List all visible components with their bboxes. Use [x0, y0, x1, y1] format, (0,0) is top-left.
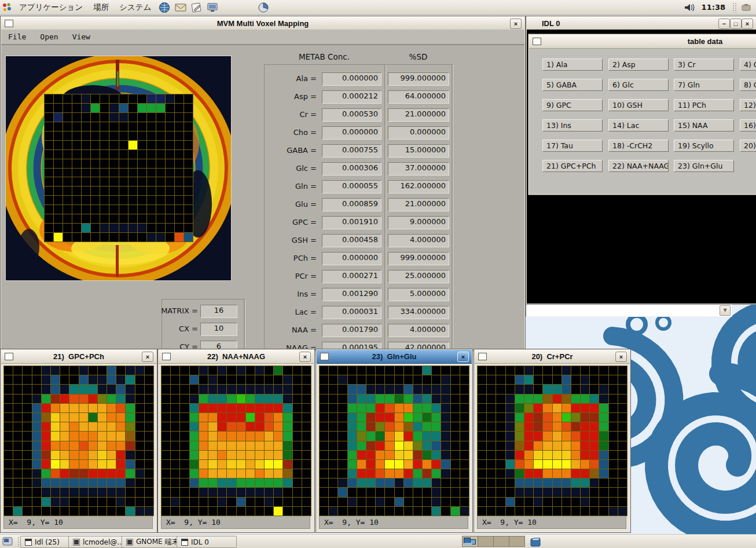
- map-voxel-cell[interactable]: [116, 375, 125, 384]
- map-voxel-cell[interactable]: [89, 394, 97, 403]
- map-voxel-cell[interactable]: [208, 507, 217, 516]
- map-voxel-cell[interactable]: [562, 375, 571, 384]
- map-voxel-cell[interactable]: [171, 375, 179, 384]
- map-voxel-cell[interactable]: [246, 385, 255, 393]
- map-voxel-cell[interactable]: [69, 375, 78, 384]
- map-voxel-cell[interactable]: [590, 498, 599, 506]
- metabolite-sd-value[interactable]: 5.000000: [388, 288, 449, 301]
- map-voxel-cell[interactable]: [357, 394, 366, 403]
- map-voxel-cell[interactable]: [69, 404, 78, 412]
- map-voxel-cell[interactable]: [581, 385, 589, 393]
- map-voxel-cell[interactable]: [4, 478, 13, 487]
- overlay-voxel-cell[interactable]: [63, 205, 72, 214]
- map-voxel-cell[interactable]: [51, 413, 60, 422]
- map-voxel-cell[interactable]: [32, 488, 41, 496]
- map-voxel-cell[interactable]: [581, 460, 589, 469]
- overlay-voxel-cell[interactable]: [82, 177, 90, 186]
- map-voxel-cell[interactable]: [89, 404, 97, 412]
- map-voxel-cell[interactable]: [60, 451, 69, 459]
- map-voxel-cell[interactable]: [126, 422, 134, 431]
- map-voxel-cell[interactable]: [190, 478, 199, 487]
- map-voxel-cell[interactable]: [180, 422, 189, 431]
- map-voxel-cell[interactable]: [376, 488, 384, 496]
- map-voxel-cell[interactable]: [571, 478, 580, 487]
- map-voxel-cell[interactable]: [385, 469, 394, 478]
- overlay-voxel-cell[interactable]: [129, 169, 137, 177]
- map-voxel-cell[interactable]: [255, 488, 264, 496]
- map-voxel-cell[interactable]: [432, 498, 441, 506]
- metabolite-conc-value[interactable]: 0.001790: [322, 324, 381, 337]
- map-voxel-cell[interactable]: [246, 394, 255, 403]
- map-voxel-cell[interactable]: [534, 451, 542, 459]
- map-voxel-cell[interactable]: [329, 478, 337, 487]
- map-voxel-cell[interactable]: [13, 394, 22, 403]
- map-voxel-cell[interactable]: [171, 366, 179, 375]
- map-voxel-cell[interactable]: [13, 469, 22, 478]
- map-voxel-cell[interactable]: [180, 441, 189, 450]
- map-voxel-cell[interactable]: [42, 366, 50, 375]
- map-voxel-cell[interactable]: [376, 478, 384, 487]
- overlay-voxel-cell[interactable]: [54, 187, 63, 195]
- map-voxel-cell[interactable]: [135, 404, 144, 412]
- map-voxel-cell[interactable]: [4, 422, 13, 431]
- map-voxel-cell[interactable]: [478, 507, 486, 516]
- map-voxel-cell[interactable]: [274, 451, 282, 459]
- overlay-voxel-cell[interactable]: [45, 122, 53, 131]
- map-voxel-cell[interactable]: [460, 478, 469, 487]
- map-voxel-cell[interactable]: [441, 469, 450, 478]
- map-voxel-cell[interactable]: [89, 432, 97, 440]
- map-voxel-cell[interactable]: [441, 385, 450, 393]
- map-voxel-cell[interactable]: [171, 498, 179, 506]
- map-voxel-cell[interactable]: [162, 366, 170, 375]
- workspace-cell[interactable]: [478, 536, 494, 546]
- map-voxel-cell[interactable]: [338, 413, 347, 422]
- overlay-voxel-cell[interactable]: [109, 196, 118, 204]
- map-voxel-cell[interactable]: [51, 385, 60, 393]
- overlay-voxel-cell[interactable]: [156, 113, 165, 122]
- map-voxel-cell[interactable]: [543, 404, 552, 412]
- overlay-voxel-cell[interactable]: [175, 214, 184, 223]
- overlay-voxel-cell[interactable]: [109, 169, 118, 177]
- map-voxel-cell[interactable]: [246, 422, 255, 431]
- overlay-voxel-cell[interactable]: [147, 122, 156, 131]
- map-voxel-cell[interactable]: [51, 451, 60, 459]
- map-voxel-cell[interactable]: [496, 404, 505, 412]
- map-voxel-cell[interactable]: [13, 498, 22, 506]
- map-voxel-cell[interactable]: [208, 413, 217, 422]
- overlay-voxel-cell[interactable]: [175, 131, 184, 140]
- map-voxel-cell[interactable]: [98, 478, 107, 487]
- map-voxel-cell[interactable]: [599, 488, 608, 496]
- map-voxel-cell[interactable]: [126, 507, 134, 516]
- map-voxel-cell[interactable]: [126, 366, 134, 375]
- map-voxel-cell[interactable]: [581, 507, 589, 516]
- map-voxel-cell[interactable]: [79, 451, 88, 459]
- map-voxel-cell[interactable]: [478, 366, 486, 375]
- overlay-voxel-cell[interactable]: [54, 169, 63, 177]
- map-voxel-cell[interactable]: [423, 488, 431, 496]
- map-voxel-cell[interactable]: [320, 375, 328, 384]
- map-voxel-cell[interactable]: [171, 488, 179, 496]
- map-voxel-cell[interactable]: [441, 451, 450, 459]
- map-voxel-cell[interactable]: [135, 507, 144, 516]
- overlay-voxel-cell[interactable]: [138, 150, 146, 159]
- map-voxel-cell[interactable]: [107, 413, 116, 422]
- map-voxel-cell[interactable]: [162, 478, 170, 487]
- overlay-voxel-cell[interactable]: [156, 141, 165, 149]
- map-voxel-cell[interactable]: [376, 375, 384, 384]
- map-voxel-cell[interactable]: [162, 469, 170, 478]
- map-voxel-cell[interactable]: [534, 422, 542, 431]
- map-voxel-cell[interactable]: [460, 498, 469, 506]
- overlay-voxel-cell[interactable]: [138, 224, 146, 232]
- overlay-voxel-cell[interactable]: [129, 131, 137, 140]
- map-voxel-cell[interactable]: [338, 469, 347, 478]
- overlay-voxel-cell[interactable]: [91, 169, 100, 177]
- map-voxel-cell[interactable]: [404, 385, 413, 393]
- map-voxel-cell[interactable]: [208, 488, 217, 496]
- map-voxel-cell[interactable]: [145, 507, 153, 516]
- metabolite-conc-value[interactable]: 0.000000: [322, 72, 381, 86]
- overlay-voxel-cell[interactable]: [45, 214, 53, 223]
- map-voxel-cell[interactable]: [199, 394, 208, 403]
- map-voxel-cell[interactable]: [395, 469, 403, 478]
- map-voxel-cell[interactable]: [135, 478, 144, 487]
- map-voxel-cell[interactable]: [553, 366, 562, 375]
